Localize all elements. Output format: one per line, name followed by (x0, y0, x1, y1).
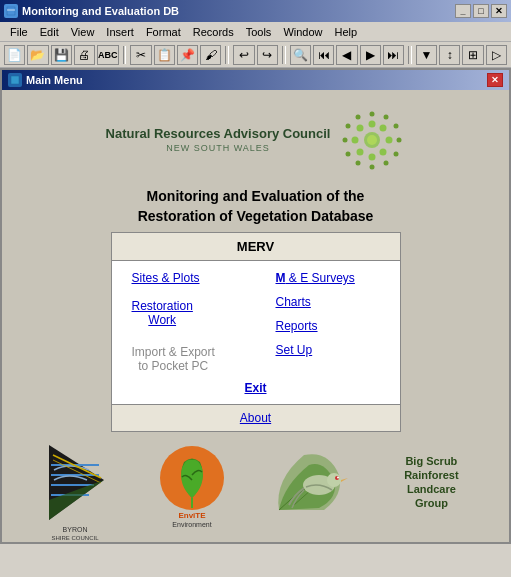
logo-area: Natural Resources Advisory Council NEW S… (12, 100, 499, 179)
menu-file[interactable]: File (4, 24, 34, 40)
menu-format[interactable]: Format (140, 24, 187, 40)
toolbar-nav4[interactable]: ⏭ (383, 45, 404, 65)
content-area: Natural Resources Advisory Council NEW S… (2, 90, 509, 542)
toolbar-separator-3 (282, 46, 286, 64)
svg-text:BYRON: BYRON (62, 526, 87, 533)
toolbar-find[interactable]: 🔍 (290, 45, 311, 65)
svg-point-20 (356, 161, 361, 166)
menu-view[interactable]: View (65, 24, 101, 40)
restoration-work-link[interactable]: Restoration Work (132, 299, 193, 327)
menu-window[interactable]: Window (277, 24, 328, 40)
svg-rect-0 (7, 7, 15, 15)
window-controls: _ □ ✕ (455, 4, 507, 18)
toolbar-paste[interactable]: 📌 (177, 45, 198, 65)
toolbar-undo[interactable]: ↩ (233, 45, 254, 65)
charts-link[interactable]: Charts (276, 295, 311, 309)
toolbar-spell[interactable]: ABC (97, 45, 119, 65)
title-bar: Monitoring and Evaluation DB _ □ ✕ (0, 0, 511, 22)
svg-point-14 (384, 115, 389, 120)
svg-point-19 (370, 165, 375, 170)
main-window-title-bar: Main Menu ✕ (2, 70, 509, 90)
sites-plots-link[interactable]: Sites & Plots (132, 271, 200, 285)
svg-point-17 (394, 152, 399, 157)
toolbar-nav3[interactable]: ▶ (360, 45, 381, 65)
setup-link[interactable]: Set Up (276, 343, 313, 357)
menu-records[interactable]: Records (187, 24, 240, 40)
main-window: Main Menu ✕ Natural Resources Advisory C… (0, 68, 511, 544)
toolbar-separator-1 (123, 46, 127, 64)
merv-right-column: M & E Surveys Charts Reports Set Up (256, 271, 390, 373)
pigeon-leaf-logo (269, 440, 349, 525)
close-button[interactable]: ✕ (491, 4, 507, 18)
toolbar-nav2[interactable]: ◀ (336, 45, 357, 65)
svg-point-23 (346, 124, 351, 129)
svg-marker-43 (341, 478, 348, 482)
svg-point-40 (327, 473, 341, 487)
toolbar-separator-2 (225, 46, 229, 64)
me-surveys-link[interactable]: M & E Surveys (276, 271, 355, 285)
minimize-button[interactable]: _ (455, 4, 471, 18)
toolbar-new[interactable]: 📄 (4, 45, 25, 65)
bigscrub-logo: Big Scrub Rainforest Landcare Group (386, 440, 476, 525)
byron-council-logo: BYRON SHIRE COUNCIL (35, 440, 115, 525)
bigscrub-line4: Group (404, 496, 458, 510)
menu-edit[interactable]: Edit (34, 24, 65, 40)
toolbar-extra1[interactable]: ⊞ (462, 45, 483, 65)
nrac-text: Natural Resources Advisory Council NEW S… (106, 126, 331, 155)
svg-point-21 (346, 152, 351, 157)
app-icon (4, 4, 18, 18)
nrac-dot-circle-icon (340, 108, 405, 173)
toolbar-format[interactable]: 🖌 (200, 45, 221, 65)
svg-point-16 (397, 138, 402, 143)
toolbar-filter[interactable]: ▼ (416, 45, 437, 65)
toolbar-print[interactable]: 🖨 (74, 45, 95, 65)
exit-link[interactable]: Exit (244, 381, 266, 395)
svg-point-22 (343, 138, 348, 143)
toolbar-copy[interactable]: 📋 (154, 45, 175, 65)
svg-rect-2 (11, 76, 19, 84)
reports-link[interactable]: Reports (276, 319, 318, 333)
main-window-close[interactable]: ✕ (487, 73, 503, 87)
svg-point-11 (352, 137, 359, 144)
svg-point-13 (370, 112, 375, 117)
org-name-line2: NEW SOUTH WALES (106, 143, 331, 155)
svg-point-18 (384, 161, 389, 166)
toolbar-redo[interactable]: ↪ (257, 45, 278, 65)
merv-left-column: Sites & Plots Restoration Work Import & … (122, 271, 256, 373)
merv-container: MERV Sites & Plots Restoration Work (111, 232, 401, 432)
menu-tools[interactable]: Tools (240, 24, 278, 40)
svg-text:Environment: Environment (172, 521, 211, 528)
svg-point-12 (357, 125, 364, 132)
about-row: About (112, 404, 400, 431)
db-title-line2: Restoration of Vegetation Database (138, 207, 374, 227)
toolbar-open[interactable]: 📂 (27, 45, 48, 65)
svg-point-5 (369, 121, 376, 128)
toolbar-cut[interactable]: ✂ (130, 45, 151, 65)
bottom-logos: BYRON SHIRE COUNCIL (12, 432, 499, 532)
app-title: Monitoring and Evaluation DB (22, 5, 179, 17)
main-window-icon (8, 73, 22, 87)
db-title-line1: Monitoring and Evaluation of the (138, 187, 374, 207)
bigscrub-line2: Rainforest (404, 468, 458, 482)
merv-header: MERV (112, 233, 400, 261)
menu-insert[interactable]: Insert (100, 24, 140, 40)
toolbar-separator-4 (408, 46, 412, 64)
svg-point-7 (386, 137, 393, 144)
nrac-logo: Natural Resources Advisory Council NEW S… (106, 108, 406, 173)
menu-help[interactable]: Help (329, 24, 364, 40)
bigscrub-line1: Big Scrub (404, 454, 458, 468)
org-name-line1: Natural Resources Advisory Council (106, 126, 331, 143)
about-link[interactable]: About (240, 411, 271, 425)
bigscrub-line3: Landcare (404, 482, 458, 496)
toolbar: 📄 📂 💾 🖨 ABC ✂ 📋 📌 🖌 ↩ ↪ 🔍 ⏮ ◀ ▶ ⏭ ▼ ↕ ⊞ … (0, 42, 511, 68)
svg-point-6 (380, 125, 387, 132)
toolbar-extra2[interactable]: ▷ (486, 45, 507, 65)
svg-point-8 (380, 149, 387, 156)
toolbar-save[interactable]: 💾 (51, 45, 72, 65)
toolbar-nav1[interactable]: ⏮ (313, 45, 334, 65)
maximize-button[interactable]: □ (473, 4, 489, 18)
toolbar-sort[interactable]: ↕ (439, 45, 460, 65)
svg-point-10 (357, 149, 364, 156)
db-title: Monitoring and Evaluation of the Restora… (118, 179, 394, 232)
menu-bar: File Edit View Insert Format Records Too… (0, 22, 511, 42)
